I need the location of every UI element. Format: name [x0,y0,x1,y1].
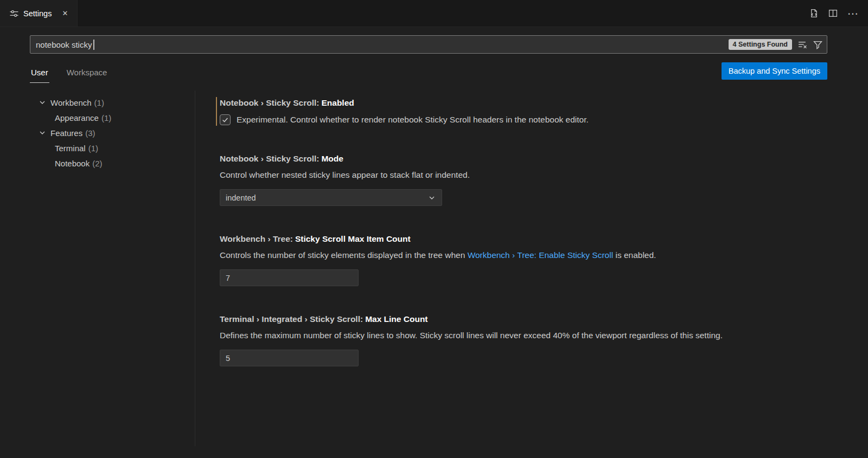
settings-editor-body: Workbench (1) Appearance (1) Features (3… [0,91,868,446]
setting-category: Notebook › Sticky Scroll: [220,98,319,107]
toc-item-workbench[interactable]: Workbench (1) [0,95,195,110]
backup-sync-settings-button[interactable]: Backup and Sync Settings [722,62,827,80]
toc-item-terminal[interactable]: Terminal (1) [0,140,195,156]
toc-count: (1) [94,98,104,107]
selected-option: indented [226,193,256,202]
settings-found-badge: 4 Settings Found [729,39,792,50]
toc-count: (1) [88,144,98,153]
text-cursor [93,40,94,50]
toc-label: Appearance [55,113,99,122]
setting-title: Notebook › Sticky Scroll:Mode [220,153,826,165]
toc-count: (1) [101,113,111,122]
chevron-down-icon [427,193,436,202]
setting-link[interactable]: Workbench › Tree: Enable Sticky Scroll [468,250,614,260]
open-settings-json-icon[interactable] [809,9,819,18]
search-value-text: notebook sticky [36,40,92,49]
toc-label: Notebook [55,159,90,168]
clear-search-filters-icon[interactable] [798,40,807,49]
settings-search-input[interactable]: notebook sticky 4 Settings Found [30,35,827,54]
max-line-count-input[interactable] [220,350,359,366]
scope-tabs: User Workspace [30,64,108,83]
setting-title: Notebook › Sticky Scroll:Enabled [220,97,826,109]
setting-label: Enabled [321,98,354,107]
scope-row: User Workspace Backup and Sync Settings [30,62,827,83]
toc-count: (3) [85,128,95,138]
toc-item-notebook[interactable]: Notebook (2) [0,156,195,171]
setting-description: Defines the maximum number of sticky lin… [220,330,826,341]
tab-label: Settings [23,9,52,18]
split-editor-icon[interactable] [828,9,838,18]
setting-notebook-sticky-scroll-mode: Notebook › Sticky Scroll:Mode Control wh… [216,153,826,206]
toc-item-features[interactable]: Features (3) [0,125,195,140]
setting-tree-sticky-scroll-max-item-count: Workbench › Tree:Sticky Scroll Max Item … [216,233,826,286]
settings-toc: Workbench (1) Appearance (1) Features (3… [0,91,195,446]
editor-tab-bar: Settings ✕ ⋯ [0,0,868,27]
chevron-down-icon [38,98,47,107]
settings-list: Notebook › Sticky Scroll:Enabled Experim… [216,91,826,446]
toc-label: Workbench [50,98,92,107]
setting-title: Terminal › Integrated › Sticky Scroll:Ma… [220,313,826,325]
setting-notebook-sticky-scroll-enabled: Notebook › Sticky Scroll:Enabled Experim… [216,97,826,126]
setting-category: Terminal › Integrated › Sticky Scroll: [220,314,363,324]
tab-workspace[interactable]: Workspace [66,64,108,83]
close-tab-icon[interactable]: ✕ [60,8,70,18]
editor-actions: ⋯ [809,0,868,27]
setting-title: Workbench › Tree:Sticky Scroll Max Item … [220,233,826,245]
toc-label: Terminal [55,144,86,153]
mode-select-dropdown[interactable]: indented [220,189,442,206]
setting-label: Max Line Count [365,314,427,324]
filter-icon[interactable] [813,40,822,49]
chevron-down-icon [38,128,47,137]
tab-user[interactable]: User [30,64,49,83]
setting-category: Workbench › Tree: [220,234,293,243]
setting-description: Experimental. Control whether to render … [237,114,589,126]
checkbox-checked[interactable] [220,114,231,125]
tab-settings[interactable]: Settings ✕ [0,0,78,27]
setting-category: Notebook › Sticky Scroll: [220,154,319,163]
setting-terminal-sticky-scroll-max-line-count: Terminal › Integrated › Sticky Scroll:Ma… [216,313,826,366]
description-text: Controls the number of sticky elements d… [220,250,468,260]
setting-description: Control whether nested sticky lines appe… [220,169,826,181]
toc-label: Features [50,128,82,138]
max-item-count-input[interactable] [220,269,359,286]
setting-description: Controls the number of sticky elements d… [220,249,826,261]
toc-item-appearance[interactable]: Appearance (1) [0,110,195,125]
setting-label: Sticky Scroll Max Item Count [295,234,411,243]
more-actions-icon[interactable]: ⋯ [847,11,858,16]
setting-label: Mode [321,154,343,163]
toc-count: (2) [92,159,102,168]
description-text: is enabled. [613,250,656,260]
settings-sliders-icon [10,9,18,18]
